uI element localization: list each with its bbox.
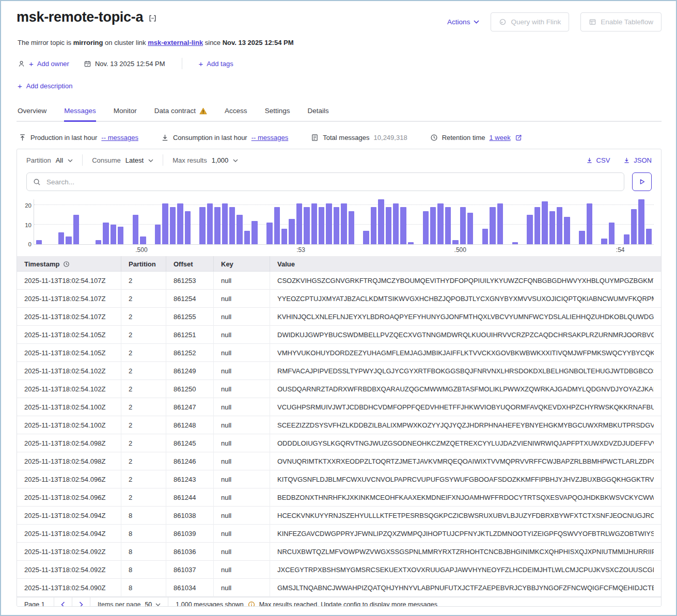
cell-timestamp: 2025-11-13T18:02:54.102Z <box>17 380 121 398</box>
tab-access[interactable]: Access <box>225 104 247 122</box>
status-since: since <box>205 39 221 46</box>
plus-icon: + <box>199 59 203 68</box>
histogram-bar <box>408 242 414 244</box>
table-row[interactable]: 2025-11-13T18:02:54.096Z2861244nullBEDBZ… <box>17 488 661 507</box>
max-results-label: Max results <box>172 156 207 164</box>
table-row[interactable]: 2025-11-13T18:02:54.098Z2861246nullOVNUQ… <box>17 452 661 470</box>
table-row[interactable]: 2025-11-13T18:02:54.102Z2861249nullRMFVA… <box>17 362 661 380</box>
table-row[interactable]: 2025-11-13T18:02:54.094Z8861039nullKINFE… <box>17 525 661 543</box>
stat-value[interactable]: -- messages <box>251 134 289 141</box>
cell-timestamp: 2025-11-13T18:02:54.105Z <box>17 326 121 344</box>
run-query-button[interactable] <box>632 172 652 191</box>
histogram-bar <box>266 223 272 244</box>
status-mid: on cluster link <box>105 39 146 46</box>
column-header-label: Key <box>221 260 233 268</box>
y-tick-20: 20 <box>25 202 32 209</box>
histogram-bar <box>341 203 347 244</box>
tab-details[interactable]: Details <box>307 104 328 122</box>
consume-filter[interactable]: Consume Latest <box>92 156 153 164</box>
histogram-bar <box>140 236 146 244</box>
histogram-bar <box>229 207 235 244</box>
cell-offset: 861254 <box>166 290 214 308</box>
search-box <box>26 172 624 191</box>
actions-menu[interactable]: Actions <box>447 18 479 26</box>
table-row[interactable]: 2025-11-13T18:02:54.105Z2861252nullVMHYV… <box>17 344 661 362</box>
tab-data-contract[interactable]: Data contract <box>154 104 207 122</box>
stat-value[interactable]: -- messages <box>101 134 138 141</box>
table-row[interactable]: 2025-11-13T18:02:54.105Z2861251nullDWIDK… <box>17 326 661 344</box>
chevron-down-icon <box>233 159 238 162</box>
tab-messages[interactable]: Messages <box>64 104 96 122</box>
y-axis: 20 10 0 <box>20 199 34 245</box>
cell-offset: 861253 <box>166 272 214 290</box>
cell-value: OUSDQARNRZTADRXWFRBDBXQARAUZQGCMWWMGZBTA… <box>270 380 661 398</box>
cell-value: NRCUXBWTQZLMFVOWPWZVWGXSSGSPNLMMRYRXTZRH… <box>270 543 661 561</box>
add-description-button[interactable]: + Add description <box>18 82 72 90</box>
cell-offset: 861246 <box>166 452 214 470</box>
tab-settings[interactable]: Settings <box>265 104 290 122</box>
cell-key: null <box>214 543 270 561</box>
column-header-label: Offset <box>174 260 193 268</box>
production-icon <box>19 134 26 141</box>
items-per-page-select[interactable]: Items per page 50 <box>90 597 168 607</box>
table-row[interactable]: 2025-11-13T18:02:54.090Z8861034nullGMSJL… <box>17 579 661 597</box>
enable-tableflow-button[interactable]: Enable Tableflow <box>580 12 662 31</box>
table-row[interactable]: 2025-11-13T18:02:54.094Z8861038nullHCECK… <box>17 507 661 525</box>
histogram-bar <box>363 231 369 244</box>
table-row[interactable]: 2025-11-13T18:02:54.100Z2861247nullVCUGH… <box>17 398 661 416</box>
cell-key: null <box>214 525 270 543</box>
clock-icon <box>430 134 438 141</box>
tab-label: Monitor <box>114 107 137 115</box>
max-results-value: 1,000 <box>212 156 229 164</box>
table-row[interactable]: 2025-11-13T18:02:54.107Z2861255nullKVHIN… <box>17 308 661 326</box>
status-prefix: The mirror topic is <box>18 39 71 46</box>
cell-value: RMFVACAJPIPVEDSSLTYPWYJQLGJYCGYXRTFBOKGG… <box>270 362 661 380</box>
tab-monitor[interactable]: Monitor <box>114 104 137 122</box>
cell-timestamp: 2025-11-13T18:02:54.092Z <box>17 561 121 579</box>
table-row[interactable]: 2025-11-13T18:02:54.100Z2861248nullSCEEZ… <box>17 416 661 434</box>
histogram-bar <box>378 199 384 244</box>
histogram-bar <box>214 207 220 244</box>
cell-partition: 2 <box>121 290 166 308</box>
table-row[interactable]: 2025-11-13T18:02:54.102Z2861250nullOUSDQ… <box>17 380 661 398</box>
cell-offset: 861245 <box>166 434 214 452</box>
max-results-filter[interactable]: Max results 1,000 <box>172 156 238 164</box>
table-row[interactable]: 2025-11-13T18:02:54.098Z2861245nullODDDL… <box>17 434 661 452</box>
table-row[interactable]: 2025-11-13T18:02:54.092Z8861036nullNRCUX… <box>17 543 661 561</box>
table-row[interactable]: 2025-11-13T18:02:54.096Z2861243nullKITQV… <box>17 470 661 488</box>
cell-partition: 2 <box>121 452 166 470</box>
search-input[interactable] <box>45 178 618 186</box>
download-json-button[interactable]: JSON <box>623 156 652 164</box>
histogram-bar <box>534 207 540 244</box>
edit-icon[interactable] <box>515 134 522 141</box>
cell-offset: 861249 <box>166 362 214 380</box>
cell-value: KVHINJQCLXNLEFLNJEYXYLBDROAQPYEFYHUNYGJO… <box>270 308 661 326</box>
table-row[interactable]: 2025-11-13T18:02:54.107Z2861253nullCSOZK… <box>17 272 661 290</box>
pagination-bar: Page 1 Items per page 50 1,000 messages … <box>17 597 661 607</box>
tab-overview[interactable]: Overview <box>18 104 46 122</box>
query-with-flink-button[interactable]: Query with Flink <box>491 12 569 31</box>
previous-page-button[interactable] <box>54 597 72 607</box>
cell-key: null <box>214 434 270 452</box>
table-row[interactable]: 2025-11-13T18:02:54.092Z8861037nullJXCEG… <box>17 561 661 579</box>
cell-key: null <box>214 416 270 434</box>
tab-label: Messages <box>64 107 96 115</box>
message-browser-panel: Partition All Consume Latest Max results… <box>17 149 662 607</box>
histogram-bar <box>482 229 488 244</box>
y-tick-0: 0 <box>28 241 32 247</box>
cell-key: null <box>214 344 270 362</box>
cell-key: null <box>214 308 270 326</box>
download-csv-button[interactable]: CSV <box>586 156 610 164</box>
table-row[interactable]: 2025-11-13T18:02:54.107Z2861254nullYYEOZ… <box>17 290 661 308</box>
add-tags-button[interactable]: + Add tags <box>199 59 233 68</box>
cell-offset: 861252 <box>166 344 214 362</box>
partition-filter[interactable]: Partition All <box>26 156 73 164</box>
next-page-button[interactable] <box>72 597 90 607</box>
column-header-timestamp[interactable]: Timestamp <box>17 256 121 272</box>
histogram-bar <box>207 203 213 244</box>
cluster-link[interactable]: msk-external-link <box>148 39 203 46</box>
cell-partition: 2 <box>121 416 166 434</box>
column-header-offset: Offset <box>166 256 214 272</box>
add-owner-button[interactable]: + Add owner <box>18 59 69 68</box>
stat-value[interactable]: 1 week <box>489 134 510 141</box>
